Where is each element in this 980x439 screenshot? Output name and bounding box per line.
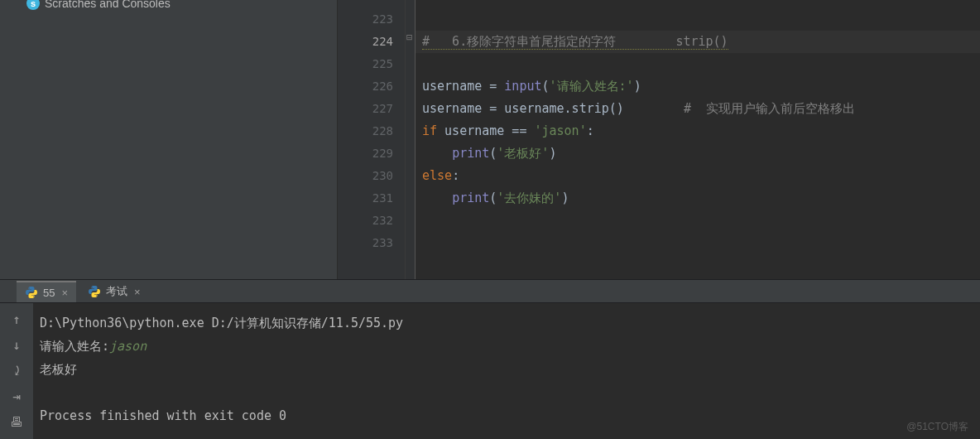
python-icon <box>88 285 101 298</box>
console-prompt: 请输入姓名: <box>40 339 109 354</box>
scratches-icon: s <box>26 0 40 10</box>
code-text: : <box>452 168 459 183</box>
code-area[interactable]: # 6.移除字符串首尾指定的字符 strip() username = inpu… <box>416 0 980 279</box>
line-number[interactable]: 225 <box>338 53 405 75</box>
keyword: else <box>422 168 452 183</box>
line-number[interactable]: 228 <box>338 120 405 142</box>
console-line: D:\Python36\python.exe D:/计算机知识存储/11.5/5… <box>40 316 403 330</box>
console-toolbar: ↑ ↓ ⤸ ⇥ 🖶 <box>0 303 33 439</box>
code-fn: input <box>504 79 541 94</box>
run-panel: 55 × 考试 × ↑ ↓ ⤸ ⇥ 🖶 D:\Python36\python.e… <box>0 280 980 439</box>
code-text: ) <box>549 146 556 161</box>
line-number[interactable]: 233 <box>338 232 405 254</box>
run-tab-exam[interactable]: 考试 × <box>79 281 149 302</box>
code-line[interactable] <box>416 53 980 75</box>
code-line[interactable]: username = input('请输入姓名:') <box>416 75 980 98</box>
code-line[interactable]: username = username.strip() # 实现用户输入前后空格… <box>416 98 980 120</box>
code-line[interactable]: if username == 'jason': <box>416 120 980 142</box>
line-number[interactable]: 227 <box>338 98 405 120</box>
scratches-label: Scratches and Consoles <box>45 0 171 10</box>
soft-wrap-icon[interactable]: ⤸ <box>12 363 22 379</box>
string-literal: '老板好' <box>497 146 549 161</box>
run-tab-label: 55 <box>43 287 55 299</box>
project-sidebar[interactable]: s Scratches and Consoles <box>0 0 338 279</box>
code-line[interactable]: print('去你妹的') <box>416 187 980 210</box>
line-number[interactable]: 229 <box>338 142 405 165</box>
code-text: ( <box>489 146 497 161</box>
code-line[interactable]: # 6.移除字符串首尾指定的字符 strip() <box>416 31 980 53</box>
print-icon[interactable]: 🖶 <box>10 414 23 430</box>
code-fn: print <box>452 146 489 161</box>
code-text: username == <box>437 123 534 138</box>
watermark: @51CTO博客 <box>906 420 968 434</box>
editor-pane: s Scratches and Consoles 223 224 225 226… <box>0 0 980 280</box>
code-text: : <box>587 123 594 138</box>
user-input: jason <box>109 339 147 354</box>
comment-text: # 6.移除字符串首尾指定的字符 strip() <box>422 34 728 50</box>
line-number[interactable]: 231 <box>338 187 405 210</box>
code-text: ) <box>561 191 569 205</box>
string-literal: '请输入姓名:' <box>550 79 634 94</box>
string-literal: 'jason' <box>534 123 586 138</box>
python-icon <box>25 286 38 299</box>
code-line[interactable]: else: <box>416 165 980 187</box>
close-icon[interactable]: × <box>134 286 141 298</box>
console-line: 老板好 <box>40 362 77 377</box>
scroll-to-end-icon[interactable]: ⇥ <box>12 388 21 404</box>
run-tab-bar[interactable]: 55 × 考试 × <box>0 280 980 303</box>
console-exitline: Process finished with exit code 0 <box>40 408 286 423</box>
close-icon[interactable]: × <box>61 287 68 299</box>
code-line[interactable]: print('老板好') <box>416 142 980 165</box>
console-area: ↑ ↓ ⤸ ⇥ 🖶 D:\Python36\python.exe D:/计算机知… <box>0 303 980 439</box>
code-text: username = username.strip() <box>422 101 624 116</box>
run-tab-label: 考试 <box>106 284 127 299</box>
string-literal: '去你妹的' <box>497 191 561 205</box>
keyword: if <box>422 123 437 138</box>
code-text: ( <box>542 79 550 94</box>
line-number-gutter[interactable]: 223 224 225 226 227 228 229 230 231 232 … <box>338 0 406 279</box>
code-line[interactable] <box>416 8 980 31</box>
line-number[interactable]: 232 <box>338 210 405 232</box>
code-editor[interactable]: 223 224 225 226 227 228 229 230 231 232 … <box>338 0 980 279</box>
line-number[interactable]: 224 <box>338 31 405 53</box>
comment-text: # 实现用户输入前后空格移出 <box>684 101 855 116</box>
code-fn: print <box>452 191 489 205</box>
line-number[interactable]: 223 <box>338 8 405 31</box>
line-number[interactable]: 226 <box>338 75 405 98</box>
line-number[interactable]: 230 <box>338 165 405 187</box>
scroll-up-icon[interactable]: ↑ <box>12 311 21 327</box>
code-text: ) <box>634 79 641 94</box>
code-text: ( <box>489 191 497 205</box>
code-line[interactable] <box>416 210 980 232</box>
code-text: username = <box>422 79 504 94</box>
console-output[interactable]: D:\Python36\python.exe D:/计算机知识存储/11.5/5… <box>33 303 980 439</box>
run-tab-55[interactable]: 55 × <box>17 281 76 302</box>
scroll-down-icon[interactable]: ↓ <box>12 337 21 353</box>
scratches-node[interactable]: s Scratches and Consoles <box>26 0 171 10</box>
fold-gutter[interactable]: ⊟ <box>406 0 416 279</box>
code-line[interactable] <box>416 232 980 254</box>
fold-icon[interactable]: ⊟ <box>406 31 412 43</box>
